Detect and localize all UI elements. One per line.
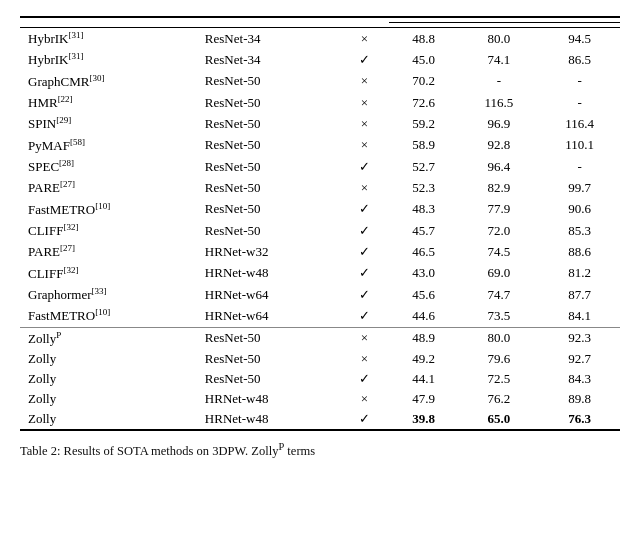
cell-w3dpw: ✓ [340,49,389,70]
cell-backbone: ResNet-50 [197,349,340,369]
cell-backbone: ResNet-50 [197,156,340,177]
cell-pa: 72.6 [389,92,459,113]
cell-backbone: ResNet-50 [197,71,340,92]
cell-mpjpe: - [459,71,540,92]
results-table: HybrIK[31] ResNet-34 × 48.8 80.0 94.5 Hy… [20,16,620,431]
cell-pa: 48.3 [389,199,459,220]
cell-backbone: ResNet-50 [197,92,340,113]
table-row: HybrIK[31] ResNet-34 × 48.8 80.0 94.5 [20,28,620,50]
cell-mpjpe: 65.0 [459,409,540,430]
cell-method: PARE[27] [20,177,197,198]
cell-w3dpw: × [340,349,389,369]
cell-pve: 88.6 [539,241,620,262]
cell-pve: 81.2 [539,263,620,284]
cell-w3dpw: ✓ [340,156,389,177]
cell-method: Graphormer[33] [20,284,197,305]
cell-pve: 84.3 [539,369,620,389]
cell-method: PyMAF[58] [20,135,197,156]
cell-pve: 110.1 [539,135,620,156]
cell-method: FastMETRO[10] [20,305,197,327]
cell-pa: 49.2 [389,349,459,369]
cell-backbone: ResNet-50 [197,199,340,220]
table-row: Graphormer[33] HRNet-w64 ✓ 45.6 74.7 87.… [20,284,620,305]
cell-method: FastMETRO[10] [20,199,197,220]
cell-mpjpe: 72.0 [459,220,540,241]
cell-pa: 45.6 [389,284,459,305]
cell-pa: 44.6 [389,305,459,327]
cell-pa: 48.9 [389,327,459,349]
cell-pa: 43.0 [389,263,459,284]
cell-pa: 52.3 [389,177,459,198]
cell-pve: 86.5 [539,49,620,70]
cell-mpjpe: 76.2 [459,389,540,409]
cell-pve: 89.8 [539,389,620,409]
cell-pa: 46.5 [389,241,459,262]
cell-pve: 84.1 [539,305,620,327]
table-row: CLIFF[32] HRNet-w48 ✓ 43.0 69.0 81.2 [20,263,620,284]
cell-w3dpw: ✓ [340,284,389,305]
cell-w3dpw: × [340,71,389,92]
cell-backbone: ResNet-50 [197,220,340,241]
cell-method: HMR[22] [20,92,197,113]
table-row: Zolly ResNet-50 ✓ 44.1 72.5 84.3 [20,369,620,389]
table-caption: Table 2: Results of SOTA methods on 3DPW… [20,441,620,459]
cell-pa: 48.8 [389,28,459,50]
cell-method: HybrIK[31] [20,49,197,70]
table-row: Zolly HRNet-w48 × 47.9 76.2 89.8 [20,389,620,409]
cell-pve: 92.7 [539,349,620,369]
cell-w3dpw: ✓ [340,369,389,389]
cell-pa: 59.2 [389,113,459,134]
cell-w3dpw: ✓ [340,409,389,430]
cell-method: Zolly [20,349,197,369]
cell-mpjpe: 74.5 [459,241,540,262]
cell-mpjpe: 116.5 [459,92,540,113]
table-row: SPIN[29] ResNet-50 × 59.2 96.9 116.4 [20,113,620,134]
cell-w3dpw: × [340,135,389,156]
cell-mpjpe: 80.0 [459,28,540,50]
table-row: PARE[27] ResNet-50 × 52.3 82.9 99.7 [20,177,620,198]
cell-method: Zolly [20,389,197,409]
table-row: ZollyP ResNet-50 × 48.9 80.0 92.3 [20,327,620,349]
cell-mpjpe: 96.9 [459,113,540,134]
cell-pve: 90.6 [539,199,620,220]
cell-pve: 116.4 [539,113,620,134]
table-row: Zolly HRNet-w48 ✓ 39.8 65.0 76.3 [20,409,620,430]
table-row: SPEC[28] ResNet-50 ✓ 52.7 96.4 - [20,156,620,177]
cell-w3dpw: ✓ [340,305,389,327]
table-row: FastMETRO[10] HRNet-w64 ✓ 44.6 73.5 84.1 [20,305,620,327]
table-row: GraphCMR[30] ResNet-50 × 70.2 - - [20,71,620,92]
cell-mpjpe: 80.0 [459,327,540,349]
cell-mpjpe: 72.5 [459,369,540,389]
table-row: Zolly ResNet-50 × 49.2 79.6 92.7 [20,349,620,369]
cell-mpjpe: 82.9 [459,177,540,198]
cell-mpjpe: 79.6 [459,349,540,369]
cell-pve: 87.7 [539,284,620,305]
cell-method: PARE[27] [20,241,197,262]
cell-w3dpw: ✓ [340,263,389,284]
cell-pa: 44.1 [389,369,459,389]
cell-pve: 94.5 [539,28,620,50]
table-row: PARE[27] HRNet-w32 ✓ 46.5 74.5 88.6 [20,241,620,262]
cell-pve: 85.3 [539,220,620,241]
cell-pve: - [539,71,620,92]
cell-method: CLIFF[32] [20,263,197,284]
cell-method: SPIN[29] [20,113,197,134]
cell-pve: - [539,156,620,177]
cell-pa: 45.7 [389,220,459,241]
table-row: PyMAF[58] ResNet-50 × 58.9 92.8 110.1 [20,135,620,156]
cell-w3dpw: ✓ [340,199,389,220]
header-w3dpw [340,17,389,28]
cell-pa: 39.8 [389,409,459,430]
header-backbone [197,17,340,28]
cell-backbone: ResNet-34 [197,28,340,50]
cell-w3dpw: ✓ [340,220,389,241]
cell-pve: 92.3 [539,327,620,349]
table-row: CLIFF[32] ResNet-50 ✓ 45.7 72.0 85.3 [20,220,620,241]
cell-w3dpw: × [340,327,389,349]
cell-mpjpe: 92.8 [459,135,540,156]
cell-pve: 99.7 [539,177,620,198]
cell-pa: 70.2 [389,71,459,92]
cell-backbone: HRNet-w48 [197,263,340,284]
cell-method: Zolly [20,409,197,430]
cell-mpjpe: 77.9 [459,199,540,220]
